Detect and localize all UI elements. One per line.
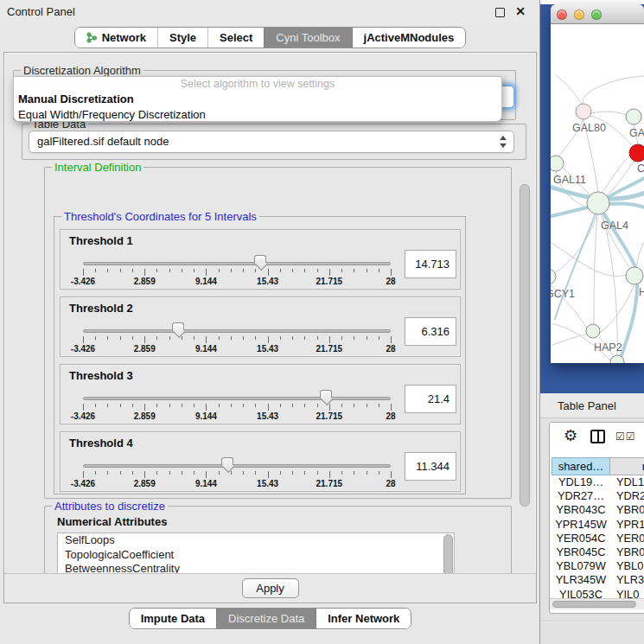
node-GAL11[interactable] — [551, 156, 564, 171]
tab-select[interactable]: Select — [207, 28, 264, 48]
node-GA[interactable] — [626, 109, 641, 124]
node-H[interactable] — [626, 267, 643, 284]
tick-label: 15.43 — [257, 479, 278, 488]
list-scrollbar-thumb[interactable] — [443, 534, 453, 574]
node-GAL4[interactable] — [587, 192, 609, 214]
select-columns-icon[interactable]: ☑☑ — [615, 430, 636, 443]
zoom-light-icon[interactable] — [591, 10, 602, 20]
minimize-light-icon[interactable] — [574, 10, 584, 20]
edge[interactable] — [583, 76, 644, 105]
threshold-value-field[interactable]: 11.344 — [405, 452, 456, 481]
tab-style[interactable]: Style — [157, 28, 207, 48]
column-header-name[interactable]: n — [610, 457, 644, 475]
cell-shared-name[interactable]: YPR145W — [552, 518, 610, 532]
close-light-icon[interactable] — [557, 10, 567, 20]
tick-label: -3.426 — [71, 277, 95, 286]
slider-track[interactable] — [83, 329, 391, 333]
table-row[interactable]: YER054CYER0 — [552, 532, 644, 545]
table-row[interactable]: YDL19…YDL1 — [552, 475, 644, 489]
node-HAP2[interactable] — [586, 324, 600, 338]
edge-thick[interactable] — [555, 214, 596, 319]
slider-handle[interactable] — [320, 390, 332, 399]
cell-name[interactable]: YBL0 — [610, 559, 644, 573]
edge[interactable] — [551, 242, 629, 276]
threshold-value-field[interactable]: 21.4 — [405, 385, 456, 413]
tick-mark — [379, 404, 379, 407]
network-graph: GAL80GACGAL11GAL4GCY1HHAP2 — [551, 24, 644, 363]
tick-mark — [231, 269, 232, 272]
slider-handle[interactable] — [172, 322, 184, 331]
dropdown-option-1[interactable]: Manual Discretization — [14, 92, 501, 107]
edge[interactable] — [636, 242, 644, 269]
cell-name[interactable]: YER0 — [610, 532, 644, 545]
tick-mark — [329, 336, 330, 343]
tick-mark — [95, 336, 96, 340]
close-icon[interactable]: ✕ — [515, 4, 526, 18]
gear-icon[interactable]: ⚙ — [564, 426, 577, 445]
table-row[interactable]: YIL053CYIL0 — [552, 588, 644, 599]
columns-icon[interactable] — [590, 430, 605, 443]
attribute-item[interactable]: BetweennessCentrality — [58, 562, 454, 574]
node-GCY1[interactable] — [551, 269, 556, 284]
cell-name[interactable]: YDL1 — [610, 475, 644, 489]
table-row[interactable]: YBR045CYBR0 — [552, 545, 644, 559]
cell-shared-name[interactable]: YBR045C — [552, 545, 610, 559]
column-header-shared-name[interactable]: shared… — [552, 457, 610, 475]
tick-mark — [182, 471, 182, 475]
table-row[interactable]: YBL079WYBL0 — [552, 559, 644, 573]
tab-discretize-data[interactable]: Discretize Data — [216, 609, 316, 628]
edge[interactable] — [551, 333, 590, 346]
threshold-value-field[interactable]: 6.316 — [405, 317, 456, 346]
edge[interactable] — [555, 74, 582, 105]
tab-cyni-toolbox[interactable]: Cyni Toolbox — [264, 28, 351, 48]
cell-name[interactable]: YIL0 — [610, 588, 644, 599]
cell-shared-name[interactable]: YBL079W — [552, 559, 610, 573]
cell-shared-name[interactable]: YDL19… — [552, 475, 610, 489]
control-panel-titlebar: Control Panel ✕ — [0, 0, 539, 24]
network-window-titlebar[interactable] — [551, 4, 644, 24]
node-GAL80[interactable] — [576, 104, 591, 119]
network-canvas[interactable]: GAL80GACGAL11GAL4GCY1HHAP2 — [551, 24, 644, 363]
cell-shared-name[interactable]: YER054C — [552, 532, 610, 545]
tab-infer-network[interactable]: Infer Network — [316, 609, 411, 628]
cell-shared-name[interactable]: YIL053C — [552, 588, 610, 599]
dropdown-option-2[interactable]: Equal Width/Frequency Discretization — [14, 107, 501, 122]
table-row[interactable]: YDR27…YDR2 — [552, 489, 644, 503]
cell-name[interactable]: YDR2 — [610, 489, 644, 503]
cell-name[interactable]: YPR1 — [610, 518, 644, 532]
slider-handle[interactable] — [254, 255, 266, 264]
tick-mark — [107, 336, 108, 340]
cell-shared-name[interactable]: YLR345W — [552, 573, 610, 587]
cell-name[interactable]: YLR3 — [610, 573, 644, 587]
panel-scrollbar-thumb[interactable] — [520, 184, 530, 507]
slider-track[interactable] — [83, 464, 391, 468]
table-row[interactable]: YBR043CYBR0 — [552, 503, 644, 517]
threshold-value-field[interactable]: 14.713 — [405, 250, 456, 278]
table-data-combobox[interactable]: galFiltered.sif default node — [29, 131, 514, 153]
tick-mark — [156, 336, 157, 340]
slider-handle[interactable] — [221, 457, 233, 466]
numerical-attributes-list[interactable]: SelfLoopsTopologicalCoefficientBetweenne… — [57, 532, 455, 574]
cell-name[interactable]: YBR0 — [610, 545, 644, 559]
cell-name[interactable]: YBR0 — [610, 503, 644, 517]
tab-jactivemnodules[interactable]: jActiveMNodules — [352, 28, 466, 48]
tick-mark — [206, 404, 207, 411]
cell-shared-name[interactable]: YBR043C — [552, 503, 610, 517]
table-row[interactable]: YPR145WYPR1 — [552, 518, 644, 532]
node-red[interactable] — [629, 144, 644, 162]
table-hscrollbar[interactable] — [550, 598, 644, 609]
tab-network[interactable]: Network — [75, 28, 157, 48]
tab-impute-data[interactable]: Impute Data — [130, 609, 216, 628]
tick-label: -3.426 — [71, 411, 95, 421]
tick-mark — [194, 471, 194, 475]
table-hscrollbar-thumb[interactable] — [552, 601, 636, 608]
table-row[interactable]: YLR345WYLR3 — [552, 573, 644, 587]
apply-button[interactable]: Apply — [242, 578, 299, 598]
slider-track[interactable] — [83, 397, 391, 400]
attribute-item[interactable]: SelfLoops — [58, 533, 454, 548]
attribute-item[interactable]: TopologicalCoefficient — [58, 548, 454, 563]
edge[interactable] — [591, 112, 627, 115]
cell-shared-name[interactable]: YDR27… — [552, 489, 610, 503]
slider-track[interactable] — [83, 262, 391, 265]
float-window-icon[interactable] — [495, 8, 505, 17]
